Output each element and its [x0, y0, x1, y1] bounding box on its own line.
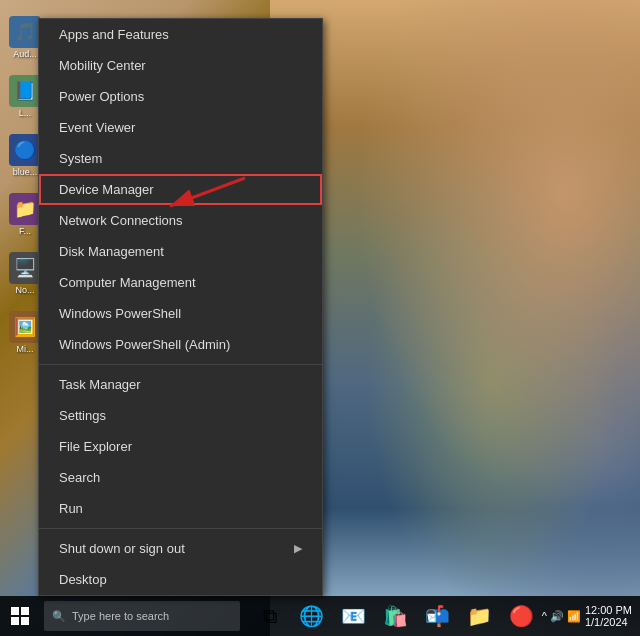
- menu-item-windows-powershell[interactable]: Windows PowerShell: [39, 298, 322, 329]
- search-icon: 🔍: [52, 610, 66, 623]
- menu-item-label-mobility-center: Mobility Center: [59, 58, 146, 73]
- start-button[interactable]: [0, 596, 40, 636]
- menu-item-computer-management[interactable]: Computer Management: [39, 267, 322, 298]
- search-placeholder-text: Type here to search: [72, 610, 169, 622]
- menu-item-device-manager[interactable]: Device Manager: [39, 174, 322, 205]
- menu-item-label-shut-down-sign-out: Shut down or sign out: [59, 541, 185, 556]
- menu-item-power-options[interactable]: Power Options: [39, 81, 322, 112]
- menu-item-label-settings: Settings: [59, 408, 106, 423]
- menu-item-label-device-manager: Device Manager: [59, 182, 154, 197]
- menu-item-task-manager[interactable]: Task Manager: [39, 369, 322, 400]
- menu-item-label-file-explorer: File Explorer: [59, 439, 132, 454]
- menu-item-label-windows-powershell-admin: Windows PowerShell (Admin): [59, 337, 230, 352]
- taskbar-apps: ⧉ 🌐 📧 🛍️ 📬 📁 🔴: [250, 596, 542, 636]
- menu-item-label-desktop: Desktop: [59, 572, 107, 587]
- context-menu: Apps and FeaturesMobility CenterPower Op…: [38, 18, 323, 596]
- taskbar-app-outlook[interactable]: 📬: [418, 596, 458, 636]
- taskbar-app-edge[interactable]: 🌐: [292, 596, 332, 636]
- taskbar: 🔍 Type here to search ⧉ 🌐 📧 🛍️ 📬 📁 🔴 ^ 🔊…: [0, 596, 640, 636]
- taskbar-app-explorer[interactable]: 📁: [460, 596, 500, 636]
- taskbar-app-mail[interactable]: 📧: [334, 596, 374, 636]
- menu-item-label-system: System: [59, 151, 102, 166]
- system-tray-icons: ^ 🔊 📶: [542, 610, 581, 623]
- menu-item-label-apps-features: Apps and Features: [59, 27, 169, 42]
- menu-item-shut-down-sign-out[interactable]: Shut down or sign out▶: [39, 533, 322, 564]
- menu-item-system[interactable]: System: [39, 143, 322, 174]
- menu-item-label-network-connections: Network Connections: [59, 213, 183, 228]
- menu-item-label-disk-management: Disk Management: [59, 244, 164, 259]
- menu-item-apps-features[interactable]: Apps and Features: [39, 19, 322, 50]
- menu-item-file-explorer[interactable]: File Explorer: [39, 431, 322, 462]
- menu-item-label-task-manager: Task Manager: [59, 377, 141, 392]
- menu-item-run[interactable]: Run: [39, 493, 322, 524]
- menu-item-windows-powershell-admin[interactable]: Windows PowerShell (Admin): [39, 329, 322, 360]
- menu-item-label-computer-management: Computer Management: [59, 275, 196, 290]
- menu-separator: [39, 528, 322, 529]
- menu-item-network-connections[interactable]: Network Connections: [39, 205, 322, 236]
- windows-logo-icon: [11, 607, 29, 625]
- taskbar-app-task-view[interactable]: ⧉: [250, 596, 290, 636]
- taskbar-app-store[interactable]: 🛍️: [376, 596, 416, 636]
- menu-item-label-event-viewer: Event Viewer: [59, 120, 135, 135]
- clock: 12:00 PM1/1/2024: [585, 604, 632, 628]
- taskbar-app-chrome[interactable]: 🔴: [502, 596, 542, 636]
- menu-item-search[interactable]: Search: [39, 462, 322, 493]
- menu-item-label-run: Run: [59, 501, 83, 516]
- menu-item-event-viewer[interactable]: Event Viewer: [39, 112, 322, 143]
- taskbar-system-tray: ^ 🔊 📶 12:00 PM1/1/2024: [542, 604, 640, 628]
- menu-item-label-power-options: Power Options: [59, 89, 144, 104]
- taskbar-search-box[interactable]: 🔍 Type here to search: [44, 601, 240, 631]
- menu-item-disk-management[interactable]: Disk Management: [39, 236, 322, 267]
- menu-item-settings[interactable]: Settings: [39, 400, 322, 431]
- menu-item-label-windows-powershell: Windows PowerShell: [59, 306, 181, 321]
- submenu-arrow-icon: ▶: [294, 542, 302, 555]
- menu-item-label-search: Search: [59, 470, 100, 485]
- menu-separator: [39, 364, 322, 365]
- menu-item-mobility-center[interactable]: Mobility Center: [39, 50, 322, 81]
- menu-item-desktop[interactable]: Desktop: [39, 564, 322, 595]
